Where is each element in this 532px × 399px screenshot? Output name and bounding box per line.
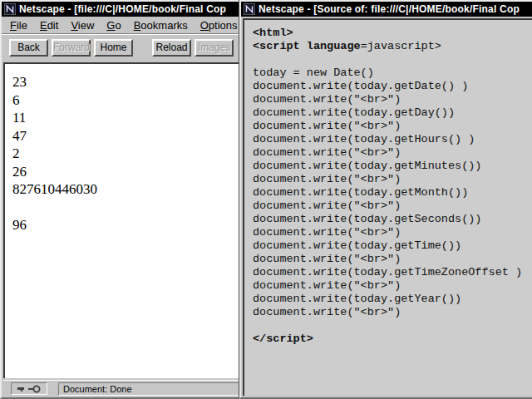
source-line: document.write("<br>")	[253, 226, 532, 239]
menu-item-bookmarks[interactable]: Bookmarks	[134, 19, 188, 32]
source-line: document.write("<br>")	[253, 253, 532, 266]
source-line	[253, 319, 532, 332]
source-line: document.write("<br>")	[253, 93, 532, 106]
menu-item-file[interactable]: File	[10, 19, 27, 32]
source-line: document.write("<br>")	[253, 146, 532, 160]
menu-item-go[interactable]: Go	[106, 19, 121, 32]
browser-status-bar: Document: Done	[3, 380, 241, 397]
page-output-line: 47	[12, 127, 238, 145]
status-message: Document: Done	[58, 382, 241, 396]
netscape-logo-icon	[4, 3, 16, 15]
source-line: document.write("<br>")	[253, 306, 532, 319]
toolbar-button-home[interactable]: Home	[94, 39, 133, 57]
source-line: document.write("<br>")	[253, 200, 532, 213]
source-line: document.write(today.getTimeZoneOffset )	[253, 266, 532, 279]
source-line: document.write("<br>")	[253, 173, 532, 186]
page-output-line	[12, 199, 238, 217]
source-line	[253, 53, 532, 66]
page-output-line: 26	[12, 163, 238, 181]
browser-window-title: Netscape - [file:///C|/HOME/book/Final C…	[19, 3, 226, 15]
source-line: document.write("<br>")	[253, 120, 532, 133]
page-output-line: 827610446030	[12, 180, 238, 199]
source-line: document.write("<br>")	[253, 279, 532, 293]
source-line: document.write(today.getHours() )	[253, 133, 532, 146]
source-line: </script>	[253, 332, 532, 346]
toolbar-spacer	[136, 39, 152, 57]
source-line: <html>	[253, 27, 532, 40]
toolbar-button-back[interactable]: Back	[9, 39, 48, 57]
browser-titlebar[interactable]: Netscape - [file:///C|/HOME/book/Final C…	[2, 2, 241, 17]
source-content[interactable]: <html><script language=javascript> today…	[243, 18, 532, 396]
page-content[interactable]: 2361147226827610446030 96	[3, 62, 241, 378]
page-output-line: 23	[12, 73, 238, 91]
page-output-line: 2	[12, 145, 238, 163]
menu-item-edit[interactable]: Edit	[40, 19, 58, 32]
toolbar-button-forward: Forward	[52, 39, 91, 57]
menu-item-options[interactable]: Options	[200, 19, 238, 32]
source-line: document.write(today.getYear())	[253, 293, 532, 306]
source-line: today = new Date()	[253, 66, 532, 80]
source-line: document.write(today.getTime())	[253, 239, 532, 253]
browser-toolbar: BackForwardHomeReloadImages	[2, 34, 241, 61]
browser-window: Netscape - [file:///C|/HOME/book/Final C…	[0, 0, 243, 399]
page-output-line: 11	[12, 109, 238, 127]
source-line: document.write(today.getMonth())	[253, 186, 532, 200]
source-titlebar[interactable]: Netscape - [Source of: file:///C|/HOME/b…	[241, 2, 532, 17]
netscape-logo-icon	[244, 3, 255, 15]
page-output-line: 96	[12, 216, 238, 234]
source-window: Netscape - [Source of: file:///C|/HOME/b…	[239, 0, 532, 399]
menu-item-view[interactable]: View	[71, 19, 94, 32]
source-line: document.write(today.getSeconds())	[253, 213, 532, 226]
page-output-line: 6	[12, 91, 238, 110]
source-line: document.write(today.getMinutes())	[253, 160, 532, 173]
source-line: document.write(today.getDate() )	[253, 80, 532, 93]
source-line: <script language=javascript>	[253, 40, 532, 53]
toolbar-button-images: Images	[195, 39, 234, 57]
key-icon-box	[11, 382, 47, 395]
source-window-title: Netscape - [Source of: file:///C|/HOME/b…	[259, 3, 520, 15]
toolbar-button-reload[interactable]: Reload	[152, 39, 191, 57]
broken-key-icon	[17, 385, 42, 393]
menu-bar: FileEditViewGoBookmarksOptions	[2, 17, 241, 34]
source-line: document.write(today.getDay())	[253, 106, 532, 120]
